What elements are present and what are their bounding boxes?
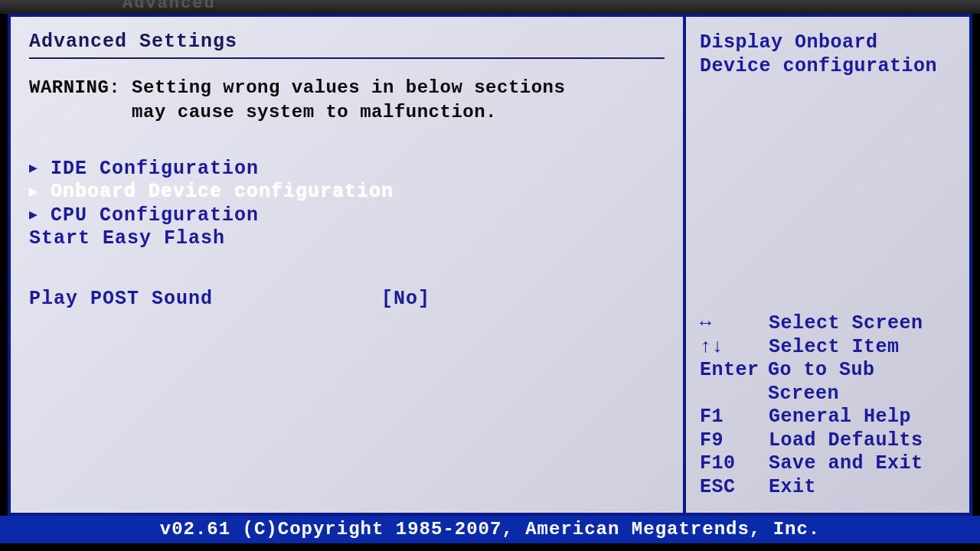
menu-label: Start Easy Flash bbox=[29, 227, 225, 251]
tab-advanced[interactable]: Advanced bbox=[122, 0, 216, 13]
menu-label: IDE Configuration bbox=[51, 158, 259, 181]
nav-key: ↔ bbox=[700, 312, 769, 336]
menu-item-cpu-configuration[interactable]: ▶ CPU Configuration bbox=[29, 204, 665, 228]
nav-key: F1 bbox=[700, 406, 769, 429]
warning-text: WARNING: Setting wrong values in below s… bbox=[29, 76, 665, 126]
triangle-icon: ▶ bbox=[29, 184, 51, 201]
menu-item-start-easy-flash[interactable]: Start Easy Flash bbox=[29, 227, 665, 251]
menu-item-ide-configuration[interactable]: ▶ IDE Configuration bbox=[29, 158, 665, 181]
section-title: Advanced Settings bbox=[29, 31, 665, 53]
nav-key: F9 bbox=[700, 429, 769, 453]
nav-row: ↑↓Select Item bbox=[700, 336, 956, 360]
bios-frame: Advanced Settings WARNING: Setting wrong… bbox=[8, 14, 972, 516]
nav-action: General Help bbox=[769, 406, 911, 429]
nav-row: F1General Help bbox=[700, 406, 956, 429]
nav-key: ↑↓ bbox=[700, 336, 769, 360]
option-play-post-sound[interactable]: Play POST Sound [No] bbox=[29, 288, 665, 310]
nav-row: F10Save and Exit bbox=[700, 452, 956, 476]
nav-action: Exit bbox=[769, 476, 816, 500]
nav-legend: ↔Select Screen ↑↓Select Item EnterGo to … bbox=[700, 312, 956, 499]
option-label: Play POST Sound bbox=[29, 288, 381, 310]
nav-action: Select Screen bbox=[769, 312, 923, 336]
menu-label: Onboard Device configuration bbox=[51, 181, 394, 204]
nav-row: ESCExit bbox=[700, 476, 956, 500]
menu-item-onboard-device-configuration[interactable]: ▶ Onboard Device configuration bbox=[29, 181, 665, 204]
menu-label: CPU Configuration bbox=[51, 204, 259, 228]
tab-bar: Advanced bbox=[0, 0, 980, 14]
option-value: [No] bbox=[381, 288, 430, 310]
main-panel: Advanced Settings WARNING: Setting wrong… bbox=[11, 17, 686, 513]
nav-key: F10 bbox=[700, 452, 769, 476]
nav-action: Select Item bbox=[769, 336, 900, 360]
nav-key: Enter bbox=[700, 359, 768, 406]
nav-row: EnterGo to Sub Screen bbox=[700, 359, 956, 406]
title-rule bbox=[29, 57, 665, 59]
copyright-footer: v02.61 (C)Copyright 1985-2007, American … bbox=[0, 516, 980, 543]
help-text: Display Onboard Device configuration bbox=[700, 31, 956, 79]
nav-action: Load Defaults bbox=[769, 429, 923, 453]
triangle-icon: ▶ bbox=[29, 207, 51, 224]
nav-row: F9Load Defaults bbox=[700, 429, 956, 453]
nav-key: ESC bbox=[700, 476, 769, 500]
nav-action: Save and Exit bbox=[769, 452, 923, 476]
triangle-icon: ▶ bbox=[29, 161, 51, 178]
nav-action: Go to Sub Screen bbox=[768, 359, 956, 406]
help-panel: Display Onboard Device configuration ↔Se… bbox=[686, 17, 969, 513]
nav-row: ↔Select Screen bbox=[700, 312, 956, 336]
